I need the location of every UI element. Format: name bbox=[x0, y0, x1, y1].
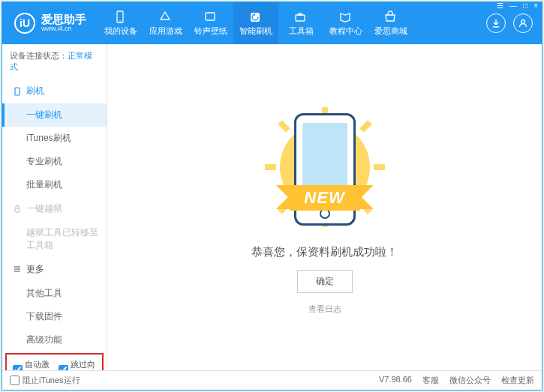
store-icon bbox=[383, 10, 398, 24]
success-illustration: NEW bbox=[257, 100, 392, 235]
sidebar-item-other[interactable]: 其他工具 bbox=[2, 282, 107, 305]
auto-activate-checkbox[interactable]: 自动激活 bbox=[13, 359, 51, 370]
nav-ringtones[interactable]: 铃声壁纸 bbox=[188, 2, 233, 44]
option-checkboxes: 自动激活 跳过向导 bbox=[5, 353, 104, 370]
sidebar-item-pro[interactable]: 专业刷机 bbox=[2, 150, 107, 173]
download-button[interactable] bbox=[486, 13, 506, 33]
logo: iU 爱思助手 www.i4.cn bbox=[2, 2, 98, 44]
svg-line-17 bbox=[362, 122, 370, 130]
header: ☰ — □ × iU 爱思助手 www.i4.cn 我的设备 应用游戏 铃声壁纸… bbox=[2, 2, 542, 44]
svg-point-6 bbox=[521, 20, 525, 24]
update-link[interactable]: 检查更新 bbox=[501, 375, 534, 386]
close-icon[interactable]: × bbox=[533, 1, 538, 10]
book-icon bbox=[338, 10, 353, 24]
view-log-link[interactable]: 查看日志 bbox=[308, 304, 341, 315]
sidebar-item-advanced[interactable]: 高级功能 bbox=[2, 328, 107, 352]
connection-status: 设备连接状态：正常模式 bbox=[2, 44, 107, 79]
minimize-icon[interactable]: — bbox=[509, 1, 517, 10]
user-button[interactable] bbox=[513, 13, 533, 33]
nav-store[interactable]: 爱思商城 bbox=[368, 2, 413, 44]
app-url: www.i4.cn bbox=[41, 25, 86, 33]
nav-apps[interactable]: 应用游戏 bbox=[143, 2, 188, 44]
device-icon bbox=[113, 10, 128, 24]
menu-icon[interactable]: ☰ bbox=[497, 1, 503, 10]
sidebar: 设备连接状态：正常模式 刷机 一键刷机 iTunes刷机 专业刷机 批量刷机 一… bbox=[2, 44, 107, 370]
lock-icon bbox=[13, 205, 22, 214]
sidebar-item-itunes[interactable]: iTunes刷机 bbox=[2, 127, 107, 150]
apps-icon bbox=[158, 10, 173, 24]
main-content: NEW 恭喜您，保资料刷机成功啦！ 确定 查看日志 bbox=[107, 44, 542, 370]
sidebar-item-oneclick[interactable]: 一键刷机 bbox=[2, 103, 107, 127]
svg-rect-2 bbox=[206, 13, 215, 20]
section-more[interactable]: 更多 bbox=[2, 257, 107, 282]
svg-rect-7 bbox=[15, 88, 20, 95]
nav-tutorials[interactable]: 教程中心 bbox=[323, 2, 368, 44]
svg-line-15 bbox=[280, 122, 288, 130]
window-controls: ☰ — □ × bbox=[497, 1, 538, 10]
version-label: V7.98.66 bbox=[379, 375, 412, 386]
main-nav: 我的设备 应用游戏 铃声壁纸 智能刷机 工具箱 教程中心 爱思商城 bbox=[98, 2, 477, 44]
sidebar-item-download[interactable]: 下载固件 bbox=[2, 305, 107, 328]
menu-icon bbox=[13, 265, 22, 274]
nav-my-device[interactable]: 我的设备 bbox=[98, 2, 143, 44]
sidebar-item-batch[interactable]: 批量刷机 bbox=[2, 173, 107, 196]
phone-icon bbox=[13, 87, 22, 96]
toolbox-icon bbox=[293, 10, 308, 24]
skip-guide-checkbox[interactable]: 跳过向导 bbox=[59, 359, 97, 370]
svg-rect-8 bbox=[15, 208, 20, 212]
block-itunes-checkbox[interactable]: 阻止iTunes运行 bbox=[10, 375, 80, 386]
logo-icon: iU bbox=[14, 13, 35, 34]
svg-rect-4 bbox=[296, 15, 305, 21]
section-flash[interactable]: 刷机 bbox=[2, 79, 107, 103]
new-ribbon: NEW bbox=[289, 185, 359, 211]
ok-button[interactable]: 确定 bbox=[297, 270, 353, 293]
maximize-icon[interactable]: □ bbox=[523, 1, 527, 10]
support-link[interactable]: 客服 bbox=[422, 375, 439, 386]
section-jailbreak[interactable]: 一键越狱 bbox=[2, 196, 107, 221]
footer: 阻止iTunes运行 V7.98.66 客服 微信公众号 检查更新 bbox=[2, 370, 542, 390]
app-name: 爱思助手 bbox=[41, 13, 86, 26]
nav-toolbox[interactable]: 工具箱 bbox=[278, 2, 323, 44]
success-message: 恭喜您，保资料刷机成功啦！ bbox=[251, 245, 398, 259]
wechat-link[interactable]: 微信公众号 bbox=[449, 375, 491, 386]
svg-point-1 bbox=[119, 20, 121, 22]
svg-rect-5 bbox=[299, 13, 302, 15]
media-icon bbox=[203, 10, 218, 24]
flash-icon bbox=[248, 10, 263, 24]
jailbreak-note: 越狱工具已转移至工具箱 bbox=[2, 221, 107, 257]
nav-flash[interactable]: 智能刷机 bbox=[233, 2, 278, 44]
